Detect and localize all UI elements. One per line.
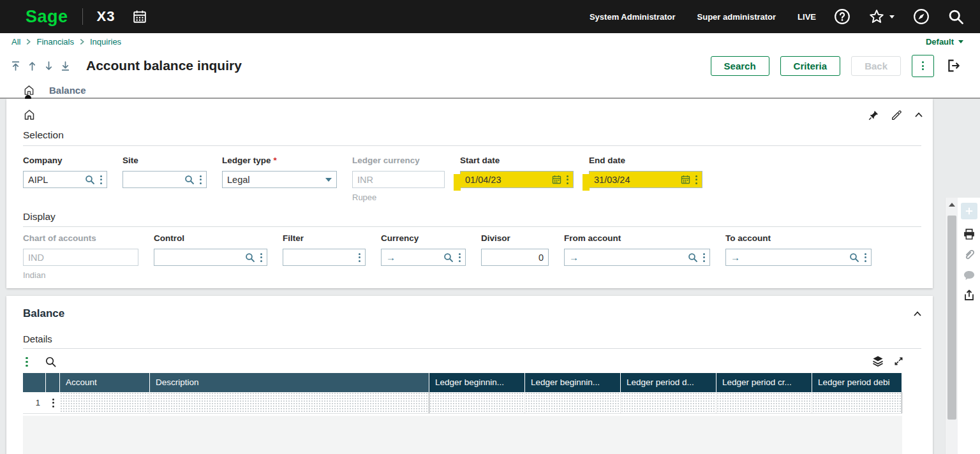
tab-bar: Balance	[0, 82, 980, 99]
end-date-input[interactable]	[594, 175, 676, 185]
field-menu-icon[interactable]	[703, 253, 705, 262]
to-account-field[interactable]: →	[725, 249, 872, 266]
share-icon[interactable]	[963, 289, 976, 302]
column-header-ledger-beginning-2[interactable]: Ledger beginnin...	[525, 373, 621, 392]
grid-menu-icon[interactable]	[26, 357, 28, 367]
field-menu-icon[interactable]	[459, 253, 461, 262]
tab-balance[interactable]: Balance	[49, 85, 86, 96]
add-icon[interactable]	[961, 203, 977, 219]
edit-pencil-icon[interactable]	[891, 110, 902, 121]
ledger-cell[interactable]	[621, 392, 716, 413]
ledger-cell[interactable]	[429, 392, 525, 413]
filter-field[interactable]	[283, 249, 366, 266]
expand-grid-icon[interactable]	[893, 356, 904, 367]
column-header-account[interactable]: Account	[60, 373, 150, 392]
column-header-ledger-period-credit[interactable]: Ledger period cr...	[716, 373, 812, 392]
column-header-ledger-period-debit-2[interactable]: Ledger period debi	[812, 373, 902, 392]
lookup-icon[interactable]	[184, 175, 195, 185]
criteria-button[interactable]: Criteria	[780, 56, 841, 76]
column-header-ledger-beginning-1[interactable]: Ledger beginnin...	[429, 373, 525, 392]
site-input[interactable]	[128, 175, 179, 185]
jump-arrow-icon[interactable]: →	[386, 252, 396, 263]
search-button[interactable]: Search	[711, 56, 769, 76]
collapse-section-icon[interactable]	[912, 309, 923, 319]
ledger-cell[interactable]	[716, 392, 812, 413]
field-menu-icon[interactable]	[695, 175, 697, 184]
user-name[interactable]: System Administrator	[590, 12, 676, 22]
from-account-input[interactable]	[583, 253, 683, 263]
ledger-cell[interactable]	[525, 392, 621, 413]
scrollbar-thumb[interactable]	[947, 216, 956, 420]
collapse-panel-icon[interactable]	[914, 110, 924, 121]
product-name[interactable]: X3	[97, 8, 115, 25]
field-menu-icon[interactable]	[359, 253, 360, 262]
field-menu-icon[interactable]	[200, 175, 202, 184]
control-input[interactable]	[159, 253, 240, 263]
row-menu-icon[interactable]	[46, 392, 60, 413]
breadcrumb-item-all[interactable]: All	[11, 37, 20, 47]
column-header-ledger-period-debit[interactable]: Ledger period d...	[621, 373, 716, 392]
field-menu-icon[interactable]	[100, 175, 102, 184]
start-date-input[interactable]	[465, 175, 547, 185]
jump-arrow-icon[interactable]: →	[731, 252, 740, 263]
company-field[interactable]	[23, 171, 107, 188]
currency-field[interactable]: →	[381, 249, 466, 266]
view-selector-default[interactable]: Default	[926, 37, 963, 47]
column-header-description[interactable]: Description	[150, 373, 429, 392]
last-record-icon[interactable]	[60, 61, 71, 71]
user-role[interactable]: Super administrator	[697, 12, 776, 22]
field-menu-icon[interactable]	[865, 253, 866, 262]
jump-arrow-icon[interactable]: →	[569, 252, 579, 263]
from-account-field[interactable]: →	[564, 249, 710, 266]
lookup-icon[interactable]	[443, 253, 454, 263]
lookup-icon[interactable]	[245, 253, 255, 263]
account-cell[interactable]	[60, 392, 150, 413]
divisor-input[interactable]	[486, 253, 544, 263]
vertical-scrollbar[interactable]	[945, 198, 958, 454]
home-tab-icon[interactable]	[23, 84, 35, 96]
panel-home-icon[interactable]	[23, 108, 36, 121]
compass-icon[interactable]	[913, 8, 930, 25]
site-field[interactable]	[122, 171, 207, 188]
filter-input[interactable]	[288, 253, 353, 263]
currency-input[interactable]	[399, 253, 438, 263]
global-search-icon[interactable]	[947, 8, 965, 26]
breadcrumb-item-inquiries[interactable]: Inquiries	[90, 37, 121, 47]
first-record-icon[interactable]	[10, 61, 21, 71]
lookup-icon[interactable]	[688, 253, 698, 263]
start-date-field[interactable]	[460, 171, 574, 188]
lookup-icon[interactable]	[85, 175, 95, 185]
favorites-star-icon[interactable]	[868, 8, 895, 25]
scroll-up-arrow[interactable]	[946, 199, 958, 210]
calendar-icon[interactable]	[133, 10, 147, 24]
control-field[interactable]	[154, 249, 267, 266]
attachment-icon[interactable]	[963, 249, 976, 261]
to-account-input[interactable]	[744, 253, 844, 263]
comment-icon[interactable]	[963, 269, 976, 282]
table-row[interactable]: 1	[23, 392, 902, 414]
date-picker-icon[interactable]	[681, 175, 690, 184]
ledger-type-select[interactable]: Legal	[222, 171, 337, 188]
lookup-icon[interactable]	[849, 253, 859, 263]
ledger-cell[interactable]	[812, 392, 902, 413]
exit-icon[interactable]	[946, 58, 961, 73]
pin-icon[interactable]	[868, 110, 879, 121]
field-menu-icon[interactable]	[260, 253, 262, 262]
grid-search-icon[interactable]	[45, 356, 57, 368]
print-icon[interactable]	[962, 228, 976, 241]
divisor-field[interactable]	[481, 249, 549, 266]
date-picker-icon[interactable]	[552, 175, 561, 184]
field-menu-icon[interactable]	[567, 175, 568, 184]
more-actions-button[interactable]	[912, 55, 934, 77]
back-button[interactable]: Back	[851, 56, 901, 76]
description-cell[interactable]	[150, 392, 429, 413]
favorites-caret-icon[interactable]	[889, 14, 895, 19]
layers-icon[interactable]	[872, 355, 884, 367]
sage-logo[interactable]: Sage	[26, 7, 68, 27]
previous-record-icon[interactable]	[27, 61, 38, 71]
help-icon[interactable]	[834, 8, 850, 25]
end-date-field[interactable]	[589, 171, 702, 188]
breadcrumb-item-financials[interactable]: Financials	[36, 37, 74, 47]
next-record-icon[interactable]	[43, 61, 54, 71]
company-input[interactable]	[28, 175, 80, 185]
